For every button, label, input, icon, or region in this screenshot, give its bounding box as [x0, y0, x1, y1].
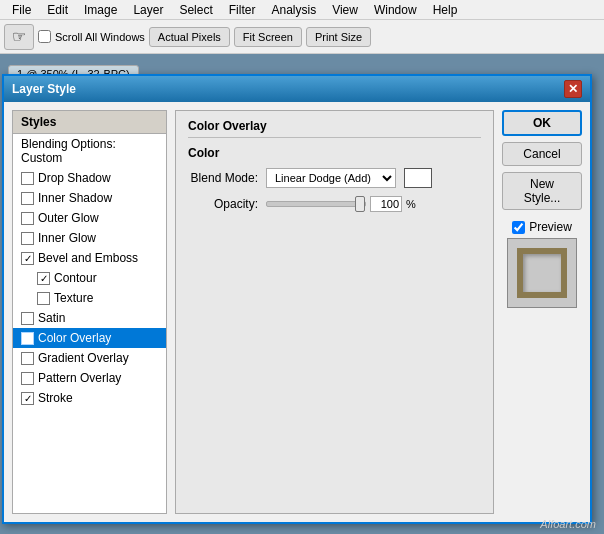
scroll-all-checkbox[interactable]	[38, 30, 51, 43]
style-item-drop-shadow[interactable]: Drop Shadow	[13, 168, 166, 188]
menu-file[interactable]: File	[4, 1, 39, 19]
actual-pixels-button[interactable]: Actual Pixels	[149, 27, 230, 47]
menu-view[interactable]: View	[324, 1, 366, 19]
gradient-overlay-checkbox[interactable]	[21, 352, 34, 365]
satin-label: Satin	[38, 311, 65, 325]
style-item-contour[interactable]: ✓ Contour	[13, 268, 166, 288]
styles-header[interactable]: Styles	[13, 111, 166, 134]
new-style-button[interactable]: New Style...	[502, 172, 582, 210]
menu-edit[interactable]: Edit	[39, 1, 76, 19]
inner-shadow-label: Inner Shadow	[38, 191, 112, 205]
preview-section: Preview	[502, 220, 582, 308]
preview-label: Preview	[529, 220, 572, 234]
toolbar: ☞ Scroll All Windows Actual Pixels Fit S…	[0, 20, 604, 54]
dialog-overlay: Layer Style ✕ Styles Blending Options: C…	[0, 70, 604, 534]
menu-select[interactable]: Select	[171, 1, 220, 19]
styles-panel: Styles Blending Options: Custom Drop Sha…	[12, 110, 167, 514]
menu-layer[interactable]: Layer	[125, 1, 171, 19]
style-item-outer-glow[interactable]: Outer Glow	[13, 208, 166, 228]
menu-help[interactable]: Help	[425, 1, 466, 19]
ok-button[interactable]: OK	[502, 110, 582, 136]
opacity-label: Opacity:	[188, 197, 258, 211]
pattern-overlay-checkbox[interactable]	[21, 372, 34, 385]
scroll-all-label: Scroll All Windows	[55, 31, 145, 43]
menu-image[interactable]: Image	[76, 1, 125, 19]
texture-label: Texture	[54, 291, 93, 305]
contour-label: Contour	[54, 271, 97, 285]
opacity-input[interactable]: 100	[370, 196, 402, 212]
fit-screen-button[interactable]: Fit Screen	[234, 27, 302, 47]
style-item-texture[interactable]: Texture	[13, 288, 166, 308]
dialog-titlebar: Layer Style ✕	[4, 76, 590, 102]
color-overlay-checkbox[interactable]: ✓	[21, 332, 34, 345]
blending-options-label: Blending Options: Custom	[21, 137, 158, 165]
scroll-all-windows-toggle[interactable]: Scroll All Windows	[38, 30, 145, 43]
print-size-button[interactable]: Print Size	[306, 27, 371, 47]
drop-shadow-label: Drop Shadow	[38, 171, 111, 185]
texture-checkbox[interactable]	[37, 292, 50, 305]
dialog-close-button[interactable]: ✕	[564, 80, 582, 98]
preview-box	[507, 238, 577, 308]
layer-style-dialog: Layer Style ✕ Styles Blending Options: C…	[2, 74, 592, 524]
cancel-button[interactable]: Cancel	[502, 142, 582, 166]
stroke-checkbox[interactable]: ✓	[21, 392, 34, 405]
style-item-pattern-overlay[interactable]: Pattern Overlay	[13, 368, 166, 388]
stroke-label: Stroke	[38, 391, 73, 405]
menu-filter[interactable]: Filter	[221, 1, 264, 19]
color-swatch[interactable]	[404, 168, 432, 188]
outer-glow-label: Outer Glow	[38, 211, 99, 225]
opacity-slider[interactable]	[266, 201, 366, 207]
drop-shadow-checkbox[interactable]	[21, 172, 34, 185]
preview-inner	[517, 248, 567, 298]
gradient-overlay-label: Gradient Overlay	[38, 351, 129, 365]
watermark: Alfoart.com	[540, 518, 596, 530]
opacity-controls: 100 %	[266, 196, 416, 212]
dialog-body: Styles Blending Options: Custom Drop Sha…	[4, 102, 590, 522]
blend-mode-select[interactable]: Linear Dodge (Add)	[266, 168, 396, 188]
style-item-satin[interactable]: Satin	[13, 308, 166, 328]
outer-glow-checkbox[interactable]	[21, 212, 34, 225]
color-overlay-section: Color Overlay Color Blend Mode: Linear D…	[175, 110, 494, 514]
main-content: Color Overlay Color Blend Mode: Linear D…	[175, 110, 494, 514]
preview-checkbox-row[interactable]: Preview	[512, 220, 572, 234]
pattern-overlay-label: Pattern Overlay	[38, 371, 121, 385]
menu-window[interactable]: Window	[366, 1, 425, 19]
opacity-percent: %	[406, 198, 416, 210]
contour-checkbox[interactable]: ✓	[37, 272, 50, 285]
style-item-stroke[interactable]: ✓ Stroke	[13, 388, 166, 408]
hand-tool-button[interactable]: ☞	[4, 24, 34, 50]
bevel-emboss-label: Bevel and Emboss	[38, 251, 138, 265]
inner-glow-label: Inner Glow	[38, 231, 96, 245]
blend-mode-row: Blend Mode: Linear Dodge (Add)	[188, 168, 481, 188]
style-item-inner-shadow[interactable]: Inner Shadow	[13, 188, 166, 208]
blending-options-item[interactable]: Blending Options: Custom	[13, 134, 166, 168]
preview-checkbox[interactable]	[512, 221, 525, 234]
menubar: File Edit Image Layer Select Filter Anal…	[0, 0, 604, 20]
inner-glow-checkbox[interactable]	[21, 232, 34, 245]
dialog-title: Layer Style	[12, 82, 76, 96]
buttons-panel: OK Cancel New Style... Preview	[502, 110, 582, 514]
satin-checkbox[interactable]	[21, 312, 34, 325]
color-overlay-label: Color Overlay	[38, 331, 111, 345]
bevel-emboss-checkbox[interactable]: ✓	[21, 252, 34, 265]
section-title: Color Overlay	[188, 119, 481, 138]
style-item-gradient-overlay[interactable]: Gradient Overlay	[13, 348, 166, 368]
sub-section-title: Color	[188, 146, 481, 160]
style-item-bevel-emboss[interactable]: ✓ Bevel and Emboss	[13, 248, 166, 268]
inner-shadow-checkbox[interactable]	[21, 192, 34, 205]
menu-analysis[interactable]: Analysis	[263, 1, 324, 19]
blend-mode-label: Blend Mode:	[188, 171, 258, 185]
style-item-inner-glow[interactable]: Inner Glow	[13, 228, 166, 248]
opacity-row: Opacity: 100 %	[188, 196, 481, 212]
style-item-color-overlay[interactable]: ✓ Color Overlay	[13, 328, 166, 348]
